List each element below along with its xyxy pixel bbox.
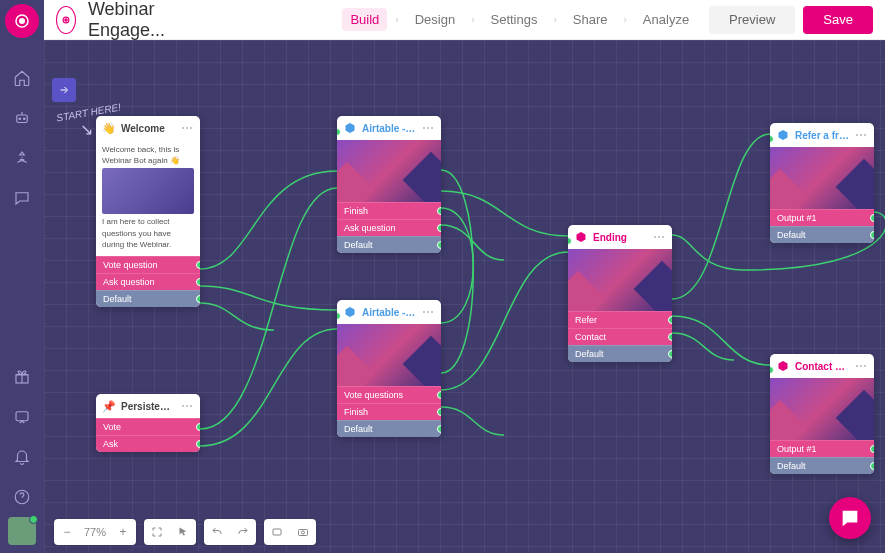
redo-button[interactable] (230, 519, 256, 545)
output-port[interactable] (668, 333, 672, 341)
output-vote-question[interactable]: Vote question (96, 256, 200, 273)
fit-view-button[interactable] (144, 519, 170, 545)
cube-icon (776, 359, 790, 373)
output-port[interactable] (196, 261, 200, 269)
home-icon[interactable] (10, 66, 34, 90)
output-default[interactable]: Default (568, 345, 672, 362)
flow-canvas[interactable]: START HERE! ↘ 👋 Welcome ⋯ Welcome ba (44, 40, 885, 553)
camera-button[interactable] (290, 519, 316, 545)
output-port[interactable] (196, 440, 200, 448)
landbot-logo[interactable] (5, 4, 39, 38)
page-title: Webinar Engage... (88, 0, 191, 41)
node-contact-team[interactable]: Contact Team ⋯ Output #1 Default (770, 354, 874, 474)
output-port[interactable] (870, 214, 874, 222)
help-icon[interactable] (10, 485, 34, 509)
node-ending[interactable]: Ending ⋯ Refer Contact Default (568, 225, 672, 362)
output-ask[interactable]: Ask (96, 435, 200, 452)
output-port[interactable] (870, 231, 874, 239)
output-port[interactable] (668, 316, 672, 324)
svg-point-4 (24, 118, 26, 120)
node-hero-image (770, 147, 874, 209)
node-welcome[interactable]: 👋 Welcome ⋯ Welcome back, this is Webina… (96, 116, 200, 307)
node-menu-button[interactable]: ⋯ (855, 128, 868, 142)
output-port[interactable] (437, 207, 441, 215)
undo-button[interactable] (204, 519, 230, 545)
svg-point-12 (302, 531, 305, 534)
svg-point-3 (19, 118, 21, 120)
output-finish[interactable]: Finish (337, 202, 441, 219)
output-port[interactable] (437, 425, 441, 433)
svg-rect-6 (16, 412, 28, 421)
output-port[interactable] (437, 224, 441, 232)
output-contact[interactable]: Contact (568, 328, 672, 345)
output-1[interactable]: Output #1 (770, 209, 874, 226)
output-vote-questions[interactable]: Vote questions (337, 386, 441, 403)
gift-icon[interactable] (10, 365, 34, 389)
bot-icon[interactable] (56, 6, 76, 34)
node-title: Refer a friend (795, 130, 850, 141)
output-default[interactable]: Default (337, 420, 441, 437)
broadcast-icon[interactable] (10, 146, 34, 170)
node-menu-button[interactable]: ⋯ (422, 121, 435, 135)
tab-share[interactable]: Share (565, 8, 616, 31)
zoom-in-button[interactable]: + (110, 519, 136, 545)
node-body: Welcome back, this is Webinar Bot again … (96, 140, 200, 256)
output-port[interactable] (437, 241, 441, 249)
node-title: Ending (593, 232, 648, 243)
output-ask-question[interactable]: Ask question (96, 273, 200, 290)
node-hero-image (770, 378, 874, 440)
output-port[interactable] (196, 423, 200, 431)
welcome-greeting: Welcome back, this is Webinar Bot again … (102, 144, 194, 166)
preview-button[interactable]: Preview (709, 6, 795, 34)
output-port[interactable] (870, 445, 874, 453)
node-menu-button[interactable]: ⋯ (422, 305, 435, 319)
cube-icon (776, 128, 790, 142)
output-port[interactable] (668, 350, 672, 358)
output-ask-question[interactable]: Ask question (337, 219, 441, 236)
zoom-out-button[interactable]: − (54, 519, 80, 545)
node-refer-friend[interactable]: Refer a friend ⋯ Output #1 Default (770, 123, 874, 243)
welcome-image (102, 168, 194, 214)
node-menu-button[interactable]: ⋯ (855, 359, 868, 373)
save-button[interactable]: Save (803, 6, 873, 34)
pin-icon: 📌 (102, 399, 116, 413)
svg-rect-2 (17, 115, 28, 123)
user-avatar[interactable] (8, 517, 36, 545)
node-airtable-vote[interactable]: Airtable - Vote ⋯ Finish Ask question De… (337, 116, 441, 253)
output-default[interactable]: Default (96, 290, 200, 307)
node-title: Persistent Menu (121, 401, 176, 412)
tab-build[interactable]: Build (342, 8, 387, 31)
robot-icon[interactable] (10, 106, 34, 130)
output-default[interactable]: Default (770, 457, 874, 474)
node-title: Welcome (121, 123, 176, 134)
output-port[interactable] (437, 408, 441, 416)
output-port[interactable] (196, 278, 200, 286)
node-menu-button[interactable]: ⋯ (181, 121, 194, 135)
tab-design[interactable]: Design (407, 8, 463, 31)
node-persistent-menu[interactable]: 📌 Persistent Menu ⋯ Vote Ask (96, 394, 200, 452)
expand-sidebar-button[interactable] (52, 78, 76, 102)
output-vote[interactable]: Vote (96, 418, 200, 435)
output-port[interactable] (870, 462, 874, 470)
output-port[interactable] (437, 391, 441, 399)
chat-icon[interactable] (10, 186, 34, 210)
intercom-button[interactable] (829, 497, 871, 539)
output-default[interactable]: Default (337, 236, 441, 253)
node-airtable-ask[interactable]: Airtable - Ask ⋯ Vote questions Finish D… (337, 300, 441, 437)
start-arrow-icon: ↘ (80, 120, 93, 139)
output-1[interactable]: Output #1 (770, 440, 874, 457)
output-default[interactable]: Default (770, 226, 874, 243)
output-finish[interactable]: Finish (337, 403, 441, 420)
cube-icon (574, 230, 588, 244)
tab-analyze[interactable]: Analyze (635, 8, 697, 31)
node-menu-button[interactable]: ⋯ (181, 399, 194, 413)
bell-icon[interactable] (10, 445, 34, 469)
tab-settings[interactable]: Settings (482, 8, 545, 31)
message-icon[interactable] (10, 405, 34, 429)
svg-point-1 (20, 19, 25, 24)
node-menu-button[interactable]: ⋯ (653, 230, 666, 244)
output-port[interactable] (196, 295, 200, 303)
screenshot-button[interactable] (264, 519, 290, 545)
output-refer[interactable]: Refer (568, 311, 672, 328)
cursor-button[interactable] (170, 519, 196, 545)
